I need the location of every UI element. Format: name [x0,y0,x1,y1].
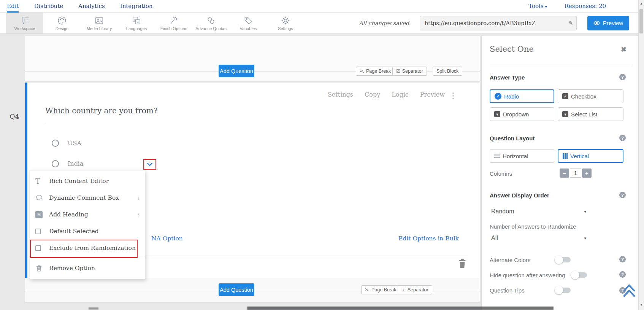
scrollbar-down-arrow[interactable]: ▼ [639,303,644,307]
option-label-usa[interactable]: USA [68,140,81,147]
heading-icon: H [35,211,43,218]
scroll-to-top-icon[interactable] [622,281,636,298]
tab-languages[interactable]: xA Languages [118,13,155,33]
tab-advance-quotas[interactable]: Advance Quotas [192,13,230,33]
tab-design[interactable]: Design [43,13,81,33]
menu-item-default-selected[interactable]: Default Selected [30,223,145,240]
answer-type-option-label: Checkbox [571,93,596,100]
question-preview-link[interactable]: Preview [420,91,445,98]
tab-workspace[interactable]: Workspace [6,13,43,33]
menu-item-add-heading[interactable]: H Add Heading › [30,206,145,223]
delete-question-trash-icon[interactable] [458,258,467,268]
columns-increment-button[interactable]: + [582,169,592,178]
radio-option-india[interactable] [52,160,59,167]
columns-stepper: − 1 + [560,169,592,178]
menu-item-label: Rich Content Editor [49,178,140,184]
menu-item-exclude-from-randomization[interactable]: Exclude from Randomization [30,240,145,256]
image-icon [94,16,104,25]
nav-menu: Edit Distribute Analytics Integration [7,3,152,10]
answer-type-dropdown[interactable]: ▾ Dropdown [490,107,554,121]
checkbox-icon[interactable] [35,229,41,234]
nav-item-analytics[interactable]: Analytics [78,3,105,10]
tag-icon [243,16,253,25]
responses-link[interactable]: Responses: 20 [565,3,606,10]
randomize-count-select[interactable]: All ▾ [491,235,586,242]
magic-wand-icon [169,16,179,25]
question-copy-link[interactable]: Copy [365,91,380,98]
question-settings-link[interactable]: Settings [328,91,353,98]
columns-decrement-button[interactable]: − [560,169,569,178]
option-menu-chevron-highlighted[interactable] [143,159,156,170]
page-scrollbar[interactable]: ▲ ▼ [638,0,644,310]
survey-url-input[interactable]: https://eu.questionpro.com/t/AB3upBxZ ✎ [420,16,577,30]
answer-display-order-label: Answer Display Order [490,192,549,199]
page-break-button-bottom[interactable]: Page Break [361,285,400,294]
question-title[interactable]: Which country are you from? [45,106,157,115]
nav-item-distribute[interactable]: Distribute [34,3,63,10]
answer-type-radio[interactable]: ✓ Radio [490,89,554,103]
close-icon[interactable]: ✖ [621,45,627,54]
tab-finish-options[interactable]: Finish Options [155,13,192,33]
scrollbar-thumb[interactable] [639,9,643,33]
separator-button-bottom[interactable]: ☑ Separator [398,285,432,294]
nav-item-edit[interactable]: Edit [7,3,19,10]
columns-label: Columns [490,170,512,177]
layout-horizontal[interactable]: Horizontal [490,149,554,163]
menu-item-rich-content-editor[interactable]: T Rich Content Editor [30,173,145,189]
separator-button-top[interactable]: ☑ Separator [392,67,427,76]
hide-question-toggle[interactable] [572,272,587,278]
submenu-chevron-icon: › [138,211,140,218]
trash-icon [35,264,43,272]
horizontal-lines-icon [494,154,500,158]
checkbox-check-icon: ☑ [401,288,406,292]
na-option-link[interactable]: NA Option [151,235,183,242]
help-icon[interactable]: ? [619,135,626,141]
comment-icon [35,194,43,202]
preview-button[interactable]: Preview [587,16,629,30]
help-icon[interactable]: ? [619,74,626,80]
menu-item-dynamic-comment-box[interactable]: Dynamic Comment Box › [30,189,145,206]
add-question-button-top[interactable]: Add Question [219,65,254,77]
menu-item-remove-option[interactable]: Remove Option [30,260,145,277]
split-block-button[interactable]: Split Block [433,67,462,76]
radio-option-usa[interactable] [52,140,59,147]
edit-options-in-bulk-link[interactable]: Edit Options in Bulk [398,235,459,242]
translate-icon: xA [132,16,141,25]
question-number: Q4 [6,113,23,120]
answer-type-grid: ✓ Radio ✓ Checkbox ▾ Dropdown ▾ Select L… [490,89,623,121]
answer-type-select-list[interactable]: ▾ Select List [558,107,623,121]
tab-settings[interactable]: Settings [267,13,304,33]
toolbar: Workspace Design Media Library xA Langua… [0,13,644,34]
layout-option-label: Vertical [570,153,589,159]
answer-type-checkbox[interactable]: ✓ Checkbox [558,89,623,103]
columns-value[interactable]: 1 [570,169,581,178]
layout-vertical[interactable]: Vertical [558,149,623,163]
chevron-down-icon: ▾ [584,236,586,241]
tab-variables[interactable]: Variables [230,13,267,33]
question-logic-link[interactable]: Logic [392,91,409,98]
clipped-content-strip [89,307,98,310]
page-break-button-top[interactable]: Page Break [356,67,395,76]
panel-title: Select One [490,45,534,54]
display-order-select[interactable]: Random ▾ [491,208,586,215]
help-icon[interactable]: ? [619,192,626,198]
question-tips-toggle[interactable] [555,288,571,293]
add-question-strip-bottom: Add Question Page Break ☑ Separator [25,278,480,302]
separator-label: Separator [402,68,423,74]
add-question-button-bottom[interactable]: Add Question [219,283,254,296]
checkbox-icon[interactable] [35,245,41,251]
help-icon[interactable]: ? [619,256,626,262]
edit-pencil-icon[interactable]: ✎ [568,20,573,27]
scrollbar-up-arrow[interactable]: ▲ [639,2,644,5]
question-more-menu[interactable] [452,92,455,100]
eye-icon [593,21,600,25]
tab-media-library[interactable]: Media Library [81,13,118,33]
split-block-label: Split Block [436,68,458,74]
option-label-india[interactable]: India [68,160,84,167]
alternate-colors-toggle[interactable] [555,257,571,262]
randomize-count-label: Number of Answers to Randomize [490,223,576,230]
nav-item-integration[interactable]: Integration [120,3,153,10]
help-icon[interactable]: ? [619,271,626,278]
tools-dropdown[interactable]: Tools▾ [528,3,547,10]
clipped-content-strip [247,307,554,310]
